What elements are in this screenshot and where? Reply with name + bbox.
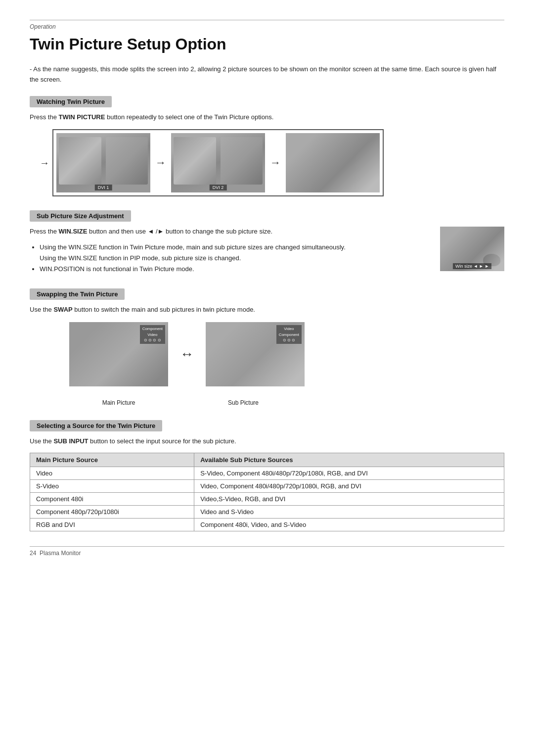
sub-pic-bold: WIN.SIZE bbox=[59, 228, 88, 235]
sub-pic-header: Sub Picture Size Adjustment bbox=[30, 210, 131, 222]
sub-pic-bullets: Using the WIN.SIZE function in Twin Pict… bbox=[40, 242, 430, 275]
swap-double-arrow: ↔ bbox=[180, 346, 194, 362]
swap-img-left: ↓ ↓ ComponentVideo⊙ ⊙ ⊙ ⊙ bbox=[69, 322, 168, 386]
table-cell-available: Video,S-Video, RGB, and DVI bbox=[194, 493, 504, 506]
swapping-header: Swapping the Twin Picture bbox=[30, 288, 125, 300]
table-cell-source: Video bbox=[30, 467, 194, 480]
sub-pic-img: Win size ◄ ► ► bbox=[440, 227, 504, 271]
table-cell-source: Component 480i bbox=[30, 493, 194, 506]
breadcrumb: Operation bbox=[30, 23, 504, 30]
arrow-start: → bbox=[40, 157, 49, 169]
col2-header: Available Sub Picture Sources bbox=[194, 453, 504, 467]
swap-label-sub: Sub Picture bbox=[194, 399, 293, 406]
footer-product: Plasma Monitor bbox=[40, 550, 81, 557]
selecting-desc: Use the SUB INPUT button to select the i… bbox=[30, 436, 504, 447]
sub-pic-desc: Press the WIN.SIZE button and then use ◄… bbox=[30, 227, 430, 237]
arrow1: → bbox=[155, 156, 166, 169]
selecting-suffix: button to select the input source for th… bbox=[88, 437, 236, 445]
swap-label-main: Main Picture bbox=[69, 399, 168, 406]
bottom-rule bbox=[30, 546, 504, 547]
intro-text: - As the name suggests, this mode splits… bbox=[30, 64, 504, 85]
swapping-suffix: button to switch the main and sub pictur… bbox=[73, 306, 255, 313]
watching-section: Watching Twin Picture Press the TWIN PIC… bbox=[30, 96, 504, 197]
table-cell-source: RGB and DVI bbox=[30, 519, 194, 531]
sub-pic-text-col: Press the WIN.SIZE button and then use ◄… bbox=[30, 227, 430, 275]
watching-bold: TWIN PICTURE bbox=[59, 113, 105, 121]
table-row: Component 480p/720p/1080iVideo and S-Vid… bbox=[30, 506, 504, 519]
swap-labels-row: Main Picture Sub Picture bbox=[69, 399, 504, 406]
watching-img3 bbox=[286, 133, 380, 192]
selecting-header: Selecting a Source for the Twin Picture bbox=[30, 420, 162, 431]
swapping-desc: Use the SWAP button to switch the main a… bbox=[30, 305, 504, 315]
watching-desc: Press the TWIN PICTURE button repeatedly… bbox=[30, 112, 504, 123]
sub-pic-suffix: button and then use ◄ /► button to chang… bbox=[87, 228, 272, 235]
page: Operation Twin Picture Setup Option - As… bbox=[0, 0, 534, 756]
swap-img-right: VideoComponent⊙ ⊙ ⊙ bbox=[206, 322, 305, 386]
table-cell-available: Video, Component 480i/480p/720p/1080i, R… bbox=[194, 480, 504, 493]
sub-pic-img-label: Win size ◄ ► ► bbox=[453, 263, 491, 269]
twin-images-box: DVI 1 → DVI 2 → bbox=[52, 129, 384, 196]
swapping-bold: SWAP bbox=[53, 306, 72, 313]
swap-images-row: ↓ ↓ ComponentVideo⊙ ⊙ ⊙ ⊙ ↔ VideoCompone… bbox=[69, 322, 504, 386]
watching-img1: DVI 1 bbox=[56, 133, 150, 192]
footer: 24 Plasma Monitor bbox=[30, 550, 504, 557]
table-row: RGB and DVIComponent 480i, Video, and S-… bbox=[30, 519, 504, 531]
selecting-bold: SUB INPUT bbox=[53, 437, 88, 445]
page-title: Twin Picture Setup Option bbox=[30, 35, 504, 53]
sub-pic-row: Press the WIN.SIZE button and then use ◄… bbox=[30, 227, 504, 275]
table-cell-available: Video and S-Video bbox=[194, 506, 504, 519]
swap-img-left-overlay: ComponentVideo⊙ ⊙ ⊙ ⊙ bbox=[140, 325, 165, 344]
top-rule bbox=[30, 20, 504, 20]
footer-page-number: 24 bbox=[30, 550, 36, 557]
table-header-row: Main Picture Source Available Sub Pictur… bbox=[30, 453, 504, 467]
table-row: Component 480iVideo,S-Video, RGB, and DV… bbox=[30, 493, 504, 506]
col1-header: Main Picture Source bbox=[30, 453, 194, 467]
footer-page: 24 Plasma Monitor bbox=[30, 550, 81, 557]
bullet-1: Using the WIN.SIZE function in Twin Pict… bbox=[40, 242, 430, 264]
table-row: S-VideoVideo, Component 480i/480p/720p/1… bbox=[30, 480, 504, 493]
table-cell-source: S-Video bbox=[30, 480, 194, 493]
sub-pic-section: Sub Picture Size Adjustment Press the WI… bbox=[30, 210, 504, 275]
table-cell-source: Component 480p/720p/1080i bbox=[30, 506, 194, 519]
table-cell-available: S-Video, Component 480i/480p/720p/1080i,… bbox=[194, 467, 504, 480]
table-row: VideoS-Video, Component 480i/480p/720p/1… bbox=[30, 467, 504, 480]
arrow2: → bbox=[270, 156, 281, 169]
swap-img-right-overlay: VideoComponent⊙ ⊙ ⊙ bbox=[276, 325, 302, 344]
watching-img2: DVI 2 bbox=[171, 133, 265, 192]
watching-img1-label: DVI 1 bbox=[95, 185, 112, 190]
swapping-section: Swapping the Twin Picture Use the SWAP b… bbox=[30, 288, 504, 406]
watching-header: Watching Twin Picture bbox=[30, 96, 112, 107]
watching-img2-label: DVI 2 bbox=[210, 185, 227, 190]
watching-suffix: button repeatedly to select one of the T… bbox=[105, 113, 273, 121]
table-cell-available: Component 480i, Video, and S-Video bbox=[194, 519, 504, 531]
source-table-body: VideoS-Video, Component 480i/480p/720p/1… bbox=[30, 467, 504, 531]
bullet-2: WIN.POSITION is not functional in Twin P… bbox=[40, 264, 430, 275]
source-table: Main Picture Source Available Sub Pictur… bbox=[30, 453, 504, 531]
watching-images-row: → DVI 1 → DVI 2 → bbox=[40, 129, 504, 196]
selecting-section: Selecting a Source for the Twin Picture … bbox=[30, 420, 504, 531]
